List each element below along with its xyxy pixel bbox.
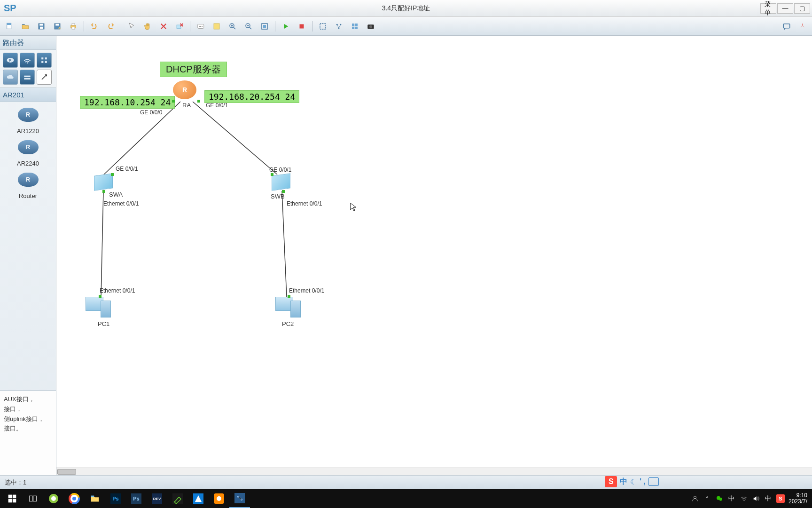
port-dot (172, 100, 175, 103)
device-ar2240[interactable]: RAR2240 (0, 137, 56, 170)
dhcp-server-label: DHCP服务器 (160, 62, 227, 77)
arrange-icon[interactable] (332, 20, 345, 33)
svg-rect-37 (41, 61, 43, 63)
port-dot (102, 190, 105, 193)
svg-point-57 (72, 497, 76, 500)
hand-icon[interactable] (141, 20, 154, 33)
swa-name: SWA (109, 191, 123, 198)
svg-line-44 (282, 191, 287, 297)
ime-lang[interactable]: 中 (620, 477, 627, 487)
huawei-icon[interactable] (796, 20, 809, 33)
maximize-button[interactable]: ▢ (794, 3, 810, 14)
ip-right-label: 192.168.20.254 24 (204, 90, 299, 103)
ime-keyboard-icon[interactable] (648, 477, 659, 486)
lang-tray-icon[interactable]: 中 (727, 494, 736, 503)
svg-rect-10 (177, 25, 181, 29)
chat-icon[interactable] (780, 20, 793, 33)
svg-rect-50 (33, 496, 37, 501)
task-view-icon[interactable] (23, 489, 43, 508)
svg-rect-27 (352, 26, 354, 29)
node-swb[interactable] (272, 175, 290, 191)
play-icon[interactable] (279, 20, 292, 33)
new-icon[interactable] (3, 20, 16, 33)
delete-node-icon[interactable] (173, 20, 186, 33)
device-ar1220[interactable]: RAR1220 (0, 105, 56, 137)
grid-icon[interactable] (348, 20, 361, 33)
svg-point-12 (199, 26, 200, 27)
port-dot (99, 295, 102, 298)
chrome-icon[interactable] (64, 489, 85, 508)
svg-rect-8 (72, 24, 75, 25)
switch-category-icon[interactable] (20, 70, 35, 85)
svg-rect-25 (352, 24, 354, 26)
volume-tray-icon[interactable] (752, 494, 760, 503)
grid-category-icon[interactable] (37, 53, 52, 68)
ime-moon-icon[interactable]: ☾ (630, 477, 637, 486)
model-title: AR201 (0, 88, 56, 102)
sogou-icon[interactable]: S (605, 476, 617, 487)
wireless-category-icon[interactable] (20, 53, 35, 68)
node-ra[interactable]: R (173, 80, 196, 99)
node-pc2[interactable] (275, 297, 301, 319)
windows-taskbar: Ps Ps DEV ˄ 中 中 S 9:10 2023/7/ (0, 489, 812, 508)
fit-icon[interactable] (258, 20, 271, 33)
capture-icon[interactable] (316, 20, 329, 33)
ps-dark-icon[interactable]: Ps (105, 489, 126, 508)
svg-point-75 (719, 498, 722, 501)
svg-text:Ps: Ps (112, 496, 118, 501)
ime-tray-icon[interactable]: 中 (764, 494, 773, 503)
svg-rect-47 (8, 499, 12, 503)
menu-button[interactable]: 菜 单 (760, 3, 776, 14)
save-as-icon[interactable] (51, 20, 64, 33)
blue-app-icon[interactable] (188, 489, 209, 508)
swb-port-down: Ethernet 0/0/1 (287, 200, 322, 207)
ime-toolbar[interactable]: S 中 ☾ ' , (602, 475, 662, 488)
note-icon[interactable] (210, 20, 223, 33)
orange-app-icon[interactable] (209, 489, 229, 508)
text-icon[interactable] (194, 20, 207, 33)
mouse-cursor (350, 203, 357, 211)
link-category-icon[interactable] (37, 70, 52, 85)
clock[interactable]: 9:10 2023/7/ (789, 492, 807, 505)
print-icon[interactable] (67, 20, 80, 33)
ensp-taskbar-icon[interactable] (229, 489, 250, 508)
redo-icon[interactable] (104, 20, 117, 33)
wifi-tray-icon[interactable] (740, 494, 748, 503)
zoom-in-icon[interactable] (226, 20, 239, 33)
device-router[interactable]: RRouter (0, 170, 56, 202)
explorer-icon[interactable] (85, 489, 105, 508)
open-icon[interactable] (19, 20, 32, 33)
node-pc1[interactable] (86, 297, 111, 319)
wechat-tray-icon[interactable] (715, 494, 724, 503)
system-tray: ˄ 中 中 S 9:10 2023/7/ (691, 492, 810, 505)
svg-point-68 (217, 496, 221, 501)
stop-icon[interactable] (295, 20, 308, 33)
dev-icon[interactable]: DEV (147, 489, 167, 508)
delete-icon[interactable] (157, 20, 170, 33)
zoom-out-icon[interactable] (242, 20, 255, 33)
minimize-button[interactable]: — (777, 3, 793, 14)
ip-left-label: 192.168.10.254 24 (80, 96, 175, 109)
pointer-icon[interactable] (125, 20, 138, 33)
green-app-icon[interactable] (167, 489, 188, 508)
router-category-icon[interactable]: R (3, 53, 18, 68)
topology-canvas[interactable]: DHCP服务器 192.168.10.254 24 192.168.20.254… (56, 36, 812, 475)
tray-chevron-icon[interactable]: ˄ (703, 494, 711, 503)
undo-icon[interactable] (88, 20, 101, 33)
cloud-category-icon[interactable] (3, 70, 18, 85)
node-swa[interactable] (94, 175, 113, 191)
sogou-tray-icon[interactable]: S (776, 494, 785, 503)
svg-rect-48 (13, 499, 16, 503)
camera-icon[interactable] (364, 20, 377, 33)
horizontal-scrollbar[interactable] (56, 468, 812, 475)
svg-rect-9 (72, 27, 75, 29)
save-icon[interactable] (35, 20, 48, 33)
app-green-icon[interactable] (43, 489, 64, 508)
ps-light-icon[interactable]: Ps (126, 489, 147, 508)
ime-punct[interactable]: ' , (640, 477, 646, 486)
people-tray-icon[interactable] (691, 494, 699, 503)
ra-port1: GE 0/0/1 (206, 102, 228, 109)
pc2-port: Ethernet 0/0/1 (289, 287, 324, 294)
svg-rect-26 (355, 24, 358, 26)
start-button[interactable] (2, 489, 23, 508)
